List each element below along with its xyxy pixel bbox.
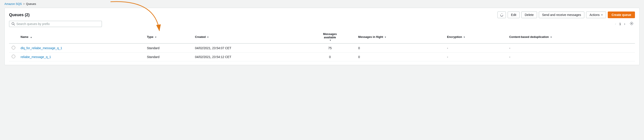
breadcrumb-parent-link[interactable]: Amazon SQS bbox=[4, 2, 22, 6]
content-dedup-sort-icon: ▾ bbox=[550, 36, 552, 38]
header-row: Queues (2) Edit Delete Send and receive … bbox=[9, 12, 635, 18]
td-created-1: 04/02/2021, 23:54:12 CET bbox=[192, 53, 304, 61]
th-encryption-label: Encryption bbox=[447, 35, 462, 39]
edit-button[interactable]: Edit bbox=[508, 12, 520, 18]
actions-button[interactable]: Actions ▾ bbox=[586, 12, 606, 18]
table-body: dlq_for_reliabe_message_q_1 Standard 04/… bbox=[9, 43, 635, 61]
messages-available-sort-icon: ▾ bbox=[308, 39, 353, 41]
th-content-dedup[interactable]: Content-based deduplication ▾ bbox=[506, 31, 635, 43]
td-content-dedup-1: - bbox=[506, 53, 635, 61]
td-select-1 bbox=[9, 53, 18, 61]
breadcrumb: Amazon SQS > Queues bbox=[0, 0, 644, 8]
queues-title: Queues (2) bbox=[9, 13, 30, 17]
td-content-dedup-0: - bbox=[506, 43, 635, 53]
row-radio-1[interactable] bbox=[12, 55, 15, 58]
td-messages-in-flight-1: 0 bbox=[356, 53, 444, 61]
td-created-0: 04/02/2021, 23:54:07 CET bbox=[192, 43, 304, 53]
create-queue-button[interactable]: Create queue bbox=[608, 12, 635, 18]
th-messages-available-label2: available bbox=[307, 36, 353, 39]
th-type[interactable]: Type ▾ bbox=[144, 31, 192, 43]
breadcrumb-separator: > bbox=[23, 3, 25, 6]
prev-page-button[interactable]: ‹ bbox=[614, 22, 618, 26]
td-select-0 bbox=[9, 43, 18, 53]
messages-in-flight-sort-icon: ▾ bbox=[385, 36, 386, 38]
queues-title-text: Queues bbox=[9, 13, 24, 17]
search-row: ‹ 1 › bbox=[9, 21, 635, 27]
th-select bbox=[9, 31, 18, 43]
queues-table: Name ▲ Type ▾ Created ▾ Messages availab… bbox=[9, 31, 635, 61]
th-encryption[interactable]: Encryption ▾ bbox=[444, 31, 506, 43]
table-header-row: Name ▲ Type ▾ Created ▾ Messages availab… bbox=[9, 31, 635, 43]
name-sort-icon: ▲ bbox=[30, 36, 32, 38]
next-page-button[interactable]: › bbox=[623, 22, 626, 26]
refresh-icon bbox=[500, 13, 504, 17]
td-name-0: dlq_for_reliabe_message_q_1 bbox=[18, 43, 144, 53]
table-settings-button[interactable] bbox=[628, 21, 635, 27]
actions-chevron-icon: ▾ bbox=[601, 14, 603, 16]
th-messages-in-flight-label: Messages in flight bbox=[358, 35, 383, 39]
td-type-0: Standard bbox=[144, 43, 192, 53]
th-type-label: Type bbox=[147, 35, 154, 39]
table-row: reliabe_message_q_1 Standard 04/02/2021,… bbox=[9, 53, 635, 61]
send-receive-button[interactable]: Send and receive messages bbox=[539, 12, 584, 18]
queue-link-0[interactable]: dlq_for_reliabe_message_q_1 bbox=[20, 46, 62, 50]
settings-icon bbox=[630, 22, 634, 26]
page-number: 1 bbox=[619, 22, 621, 26]
th-messages-available[interactable]: Messages available ▾ bbox=[304, 31, 356, 43]
td-messages-available-0: 75 bbox=[304, 43, 356, 53]
td-messages-in-flight-0: 0 bbox=[356, 43, 444, 53]
search-wrapper bbox=[9, 21, 102, 27]
search-icon bbox=[12, 22, 15, 26]
queue-link-1[interactable]: reliabe_message_q_1 bbox=[20, 55, 51, 59]
th-messages-available-label1: Messages bbox=[307, 32, 353, 36]
th-content-dedup-label: Content-based deduplication bbox=[509, 35, 549, 39]
header-actions: Edit Delete Send and receive messages Ac… bbox=[498, 12, 635, 18]
th-created[interactable]: Created ▾ bbox=[192, 31, 304, 43]
main-panel: Queues (2) Edit Delete Send and receive … bbox=[4, 8, 640, 65]
table-container: Name ▲ Type ▾ Created ▾ Messages availab… bbox=[9, 31, 635, 61]
th-name-label: Name bbox=[20, 35, 28, 39]
encryption-sort-icon: ▾ bbox=[464, 36, 465, 38]
breadcrumb-current: Queues bbox=[26, 2, 36, 6]
td-type-1: Standard bbox=[144, 53, 192, 61]
td-encryption-1: - bbox=[444, 53, 506, 61]
th-messages-in-flight[interactable]: Messages in flight ▾ bbox=[356, 31, 444, 43]
td-encryption-0: - bbox=[444, 43, 506, 53]
table-row: dlq_for_reliabe_message_q_1 Standard 04/… bbox=[9, 43, 635, 53]
created-sort-icon: ▾ bbox=[207, 36, 208, 38]
queues-count: (2) bbox=[25, 13, 30, 17]
svg-line-1 bbox=[14, 25, 15, 26]
svg-point-2 bbox=[631, 23, 632, 24]
td-messages-available-1: 0 bbox=[304, 53, 356, 61]
td-name-1: reliabe_message_q_1 bbox=[18, 53, 144, 61]
row-radio-0[interactable] bbox=[12, 46, 15, 49]
th-name[interactable]: Name ▲ bbox=[18, 31, 144, 43]
search-input[interactable] bbox=[16, 22, 100, 26]
refresh-button[interactable] bbox=[498, 12, 506, 18]
delete-button[interactable]: Delete bbox=[521, 12, 537, 18]
pagination-controls: ‹ 1 › bbox=[614, 21, 635, 27]
actions-label: Actions bbox=[590, 13, 600, 17]
th-created-label: Created bbox=[195, 35, 206, 39]
type-sort-icon: ▾ bbox=[155, 36, 156, 38]
